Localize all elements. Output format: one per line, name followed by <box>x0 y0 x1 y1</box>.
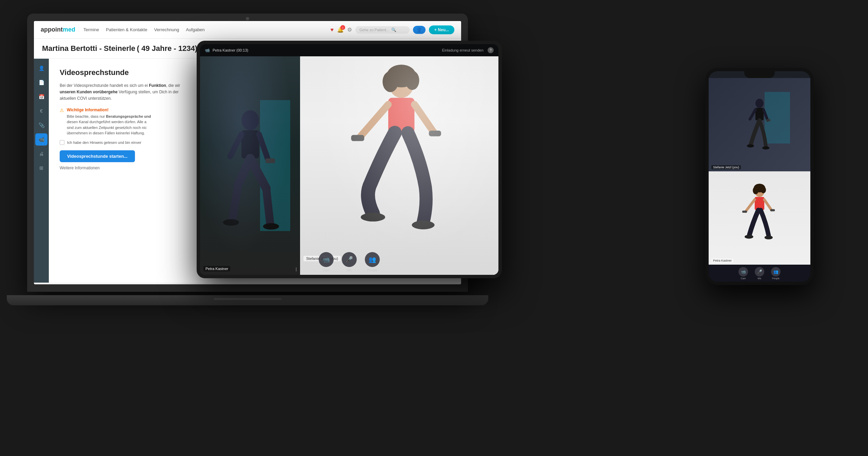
warning-icon: ⚠ <box>60 108 64 113</box>
vc-cam-circle: 📹 <box>319 252 334 267</box>
vc-remote-video: Stefanie Jetzl (you) <box>300 56 498 275</box>
svg-point-22 <box>755 99 764 108</box>
search-text: Gehe zu Patient... <box>359 28 389 32</box>
sidebar-item-calendar[interactable]: 📅 <box>35 91 47 103</box>
vc-local-video: Petra Kastner | <box>200 56 300 275</box>
tablet-screen: 📹 Petra Kastner (00:13) Einladung erneut… <box>200 44 498 275</box>
patient-info: ( 49 Jahre - 1234) <box>137 44 198 53</box>
vc-local-video-frame: Petra Kastner | <box>200 56 300 275</box>
sidebar-item-euro[interactable]: € <box>35 105 47 117</box>
section-description: Bei der Videosprechstunde handelt es sic… <box>60 82 189 102</box>
pvc-cam-circle: 📹 <box>738 267 748 277</box>
nav-patienten[interactable]: Patienten & Kontakte <box>106 27 147 32</box>
pvc-mic-btn[interactable]: 🎤 Mic <box>755 267 764 280</box>
sidebar-item-grid[interactable]: ⊞ <box>35 162 47 174</box>
nav-verrechnung[interactable]: Verrechnung <box>154 27 179 32</box>
checkbox[interactable] <box>60 140 64 145</box>
vc-header: 📹 Petra Kastner (00:13) Einladung erneut… <box>200 44 498 56</box>
app-topbar: appointmed Termine Patienten & Kontakte … <box>34 21 461 39</box>
start-video-button[interactable]: Videosprechstunde starten... <box>60 150 135 162</box>
phone-notch <box>744 71 775 78</box>
warning-text: Bitte beachte, dass nur Beratungsgespräc… <box>67 114 151 136</box>
search-bar[interactable]: Gehe zu Patient... 🔍 <box>355 26 410 34</box>
svg-line-24 <box>750 110 755 119</box>
sidebar-item-person[interactable]: 👤 <box>35 62 47 74</box>
svg-rect-26 <box>766 119 770 121</box>
tablet-chassis: 📹 Petra Kastner (00:13) Einladung erneut… <box>197 41 502 278</box>
heart-icon: ♥ <box>330 27 334 33</box>
svg-point-39 <box>765 235 773 239</box>
svg-point-32 <box>761 186 766 193</box>
patient-name: Martina Bertotti - Steinerle <box>42 44 135 53</box>
vc-cam-btn[interactable]: 📹 Cam <box>319 252 334 272</box>
pvc-mic-label: Mic <box>758 277 762 280</box>
sidebar-item-doc[interactable]: 📄 <box>35 76 47 89</box>
vc-people-btn[interactable]: 👥 People <box>365 252 380 272</box>
vc-people-label: People <box>367 268 377 272</box>
vc-remote-video-frame: Stefanie Jetzl (you) <box>300 56 498 275</box>
pvc-bottom-label: Petra Kastner <box>711 259 733 263</box>
pvc-people-btn[interactable]: 👥 People <box>771 267 781 280</box>
vc-invite-link[interactable]: Einladung erneut senden <box>442 48 483 52</box>
nav-termine[interactable]: Termine <box>83 27 99 32</box>
vc-people-circle: 👥 <box>365 252 380 267</box>
laptop-camera <box>246 17 249 20</box>
app-logo: appointmed <box>41 26 75 33</box>
vc-header-right: Einladung erneut senden ? <box>442 47 494 53</box>
pvc-top-label: Stefanie Jetzl (you) <box>711 165 741 169</box>
user-badge: 👤 <box>413 26 426 34</box>
svg-point-38 <box>745 235 753 239</box>
pvc-video-top: Stefanie Jetzl (you) <box>709 78 810 171</box>
warning-title: Wichtige Information! <box>67 108 151 112</box>
phone-screen: Stefanie Jetzl (you) <box>709 71 810 282</box>
settings-icon[interactable]: ⚙ <box>347 26 352 33</box>
svg-rect-35 <box>742 210 747 212</box>
sidebar-item-print[interactable]: 🖨 <box>35 148 47 160</box>
svg-line-25 <box>764 110 768 120</box>
pvc-main: Stefanie Jetzl (you) <box>709 71 810 282</box>
svg-point-27 <box>747 145 754 148</box>
sidebar-item-paperclip[interactable]: 📎 <box>35 119 47 131</box>
pvc-people-circle: 👥 <box>771 267 781 277</box>
notification-count: 1 <box>340 25 345 30</box>
vc-controls: 📹 Cam 🎤 Mic 👥 People <box>200 252 498 272</box>
phone-chassis: Stefanie Jetzl (you) <box>705 68 814 285</box>
laptop-base <box>7 295 488 305</box>
vc-cam-icon: 📹 <box>205 48 210 53</box>
patient-name-block: Martina Bertotti - Steinerle ( 49 Jahre … <box>42 44 197 53</box>
app-nav: Termine Patienten & Kontakte Verrechnung… <box>83 27 322 32</box>
pvc-controls: 📹 Cam 🎤 Mic 👥 People <box>709 265 810 282</box>
svg-rect-37 <box>770 209 775 211</box>
pvc-bottom-figure <box>719 181 800 265</box>
svg-line-34 <box>746 200 755 211</box>
new-button[interactable]: + Neu... <box>429 25 454 34</box>
nav-aufgaben[interactable]: Aufgaben <box>186 27 205 32</box>
sidebar-item-video[interactable]: 📹 <box>35 133 47 146</box>
scene: appointmed Termine Patienten & Kontakte … <box>0 0 868 456</box>
pvc-mic-circle: 🎤 <box>755 267 764 277</box>
svg-point-28 <box>762 147 769 150</box>
pvc-cam-label: Cam <box>741 277 746 280</box>
search-icon: 🔍 <box>391 27 396 32</box>
vc-mic-btn[interactable]: 🎤 Mic <box>342 252 357 272</box>
pvc-people-label: People <box>772 277 780 280</box>
vc-caller-name: Petra Kastner (00:13) <box>213 48 248 52</box>
warning-content: Wichtige Information! Bitte beachte, das… <box>67 108 151 136</box>
photo-overlay-local <box>200 56 300 275</box>
vc-main: Petra Kastner | <box>200 56 498 275</box>
checkbox-label: Ich habe den Hinweis gelesen und bin ein… <box>67 140 141 145</box>
pvc-video-bottom: Petra Kastner <box>709 171 810 265</box>
pvc-top-figure <box>724 92 795 171</box>
vc-cam-label: Cam <box>322 268 330 272</box>
notification-bell[interactable]: 🔔 1 <box>337 26 344 33</box>
tablet-device: 📹 Petra Kastner (00:13) Einladung erneut… <box>197 41 502 278</box>
phone-device: Stefanie Jetzl (you) <box>705 68 814 285</box>
vc-mic-circle: 🎤 <box>342 252 357 267</box>
photo-overlay-remote <box>300 56 498 275</box>
svg-line-36 <box>764 200 771 210</box>
topbar-right: ♥ 🔔 1 ⚙ Gehe zu Patient... 🔍 👤 + Neu... <box>330 25 454 34</box>
pvc-cam-btn[interactable]: 📹 Cam <box>738 267 748 280</box>
svg-point-31 <box>753 186 758 194</box>
vc-help-button[interactable]: ? <box>488 47 494 53</box>
vc-header-left: 📹 Petra Kastner (00:13) <box>205 48 248 53</box>
